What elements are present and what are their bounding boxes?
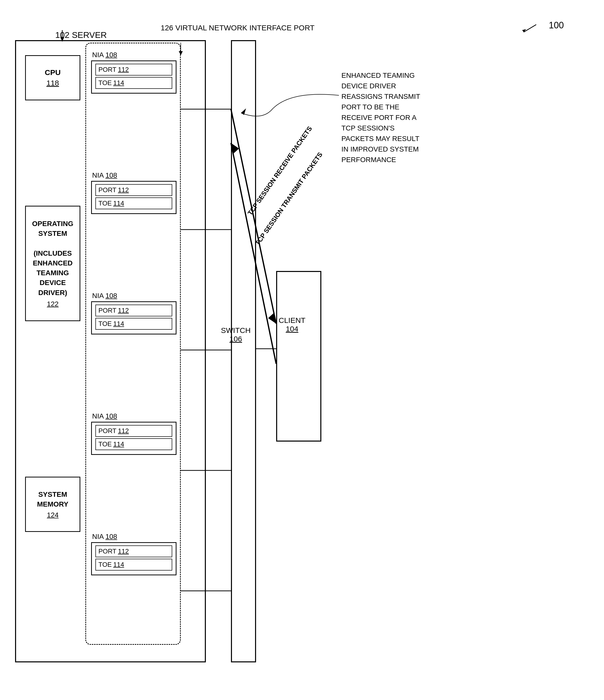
port-3-row: PORT 112 <box>95 305 172 316</box>
nia-1-label: NIA 108 <box>91 51 176 59</box>
toe-1-row: TOE 114 <box>95 77 172 89</box>
toe-4-row: TOE 114 <box>95 438 172 450</box>
figure-arrow <box>518 22 539 34</box>
port-4-row: PORT 112 <box>95 425 172 437</box>
nia-3-inner: PORT 112 TOE 114 <box>91 301 176 334</box>
nia-block-4: NIA 108 PORT 112 TOE 114 <box>91 412 176 455</box>
svg-marker-13 <box>268 313 276 324</box>
nia-2-label: NIA 108 <box>91 171 176 179</box>
switch-label: SWITCH106 <box>221 326 250 343</box>
tcp-receive-label: TCP SESSION RECEIVE PACKETS <box>246 125 313 217</box>
sysmem-label: SYSTEMMEMORY <box>37 490 69 509</box>
nia-5-inner: PORT 112 TOE 114 <box>91 542 176 575</box>
port-1-row: PORT 112 <box>95 64 172 76</box>
figure-number: 100 <box>549 20 564 31</box>
nia-block-2: NIA 108 PORT 112 TOE 114 <box>91 171 176 214</box>
nia-block-3: NIA 108 PORT 112 TOE 114 <box>91 292 176 334</box>
vnip-arrow <box>176 43 186 58</box>
nia-block-1: NIA 108 PORT 112 TOE 114 <box>91 51 176 94</box>
nia-1-inner: PORT 112 TOE 114 <box>91 60 176 94</box>
svg-line-0 <box>524 25 536 32</box>
toe-2-row: TOE 114 <box>95 197 172 209</box>
switch-box <box>231 40 256 662</box>
nia-4-label: NIA 108 <box>91 412 176 420</box>
cpu-label: CPU <box>45 68 61 77</box>
sysmem-box: SYSTEMMEMORY 124 <box>25 477 80 532</box>
diagram: 100 102 SERVER CPU 118 OPERATINGSYSTEM(I… <box>0 0 604 700</box>
nia-2-inner: PORT 112 TOE 114 <box>91 181 176 214</box>
enhanced-teaming-note: ENHANCED TEAMING DEVICE DRIVER REASSIGNS… <box>341 70 420 165</box>
client-box <box>276 271 321 442</box>
nia-group: NIA 108 PORT 112 TOE 114 NIA 108 PORT 11… <box>86 43 181 645</box>
server-arrow <box>55 28 70 43</box>
svg-marker-5 <box>179 51 183 55</box>
toe-5-row: TOE 114 <box>95 559 172 571</box>
os-box: OPERATINGSYSTEM(INCLUDESENHANCEDTEAMINGD… <box>25 206 80 321</box>
cpu-number: 118 <box>46 79 59 87</box>
os-number: 122 <box>47 300 59 308</box>
tcp-transmit-label: TCP SESSION TRANSMIT PACKETS <box>253 151 324 247</box>
nia-block-5: NIA 108 PORT 112 TOE 114 <box>91 533 176 575</box>
port-2-row: PORT 112 <box>95 184 172 196</box>
sysmem-number: 124 <box>47 511 59 519</box>
vnip-label: 126 VIRTUAL NETWORK INTERFACE PORT <box>161 23 315 33</box>
port-5-row: PORT 112 <box>95 546 172 557</box>
nia-4-inner: PORT 112 TOE 114 <box>91 422 176 455</box>
nia-3-label: NIA 108 <box>91 292 176 300</box>
os-label: OPERATINGSYSTEM(INCLUDESENHANCEDTEAMINGD… <box>32 219 73 298</box>
svg-marker-3 <box>60 37 64 42</box>
client-label: CLIENT104 <box>279 316 306 333</box>
cpu-box: CPU 118 <box>25 55 80 100</box>
toe-3-row: TOE 114 <box>95 318 172 330</box>
nia-5-label: NIA 108 <box>91 533 176 541</box>
